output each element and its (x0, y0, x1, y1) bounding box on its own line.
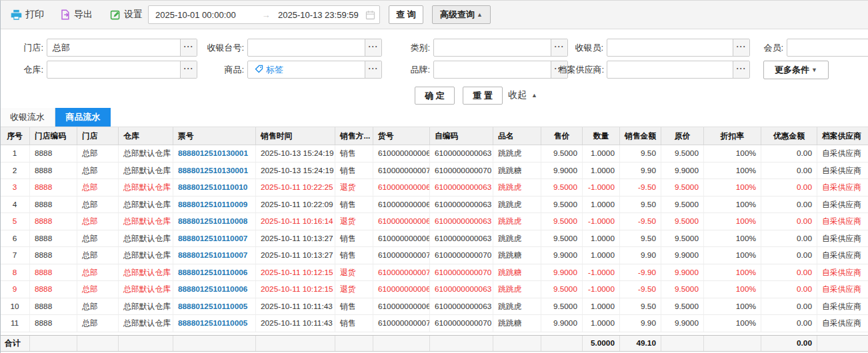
ticket-link[interactable]: 8888012510110010 (173, 179, 256, 196)
table-cell: 2025-10-11 10:13:27 (256, 230, 335, 247)
date-from-value[interactable]: 2025-10-01 00:00:00 (149, 10, 254, 20)
table-cell: 8888 (30, 264, 77, 281)
supplier-filter-value[interactable] (607, 61, 733, 78)
table-cell: 8888 (30, 213, 77, 230)
advanced-query-button[interactable]: 高级查询▲ (432, 5, 491, 24)
column-header[interactable]: 仓库 (119, 127, 173, 145)
warehouse-filter-field[interactable]: ··· (47, 61, 197, 79)
date-range-input[interactable]: 2025-10-01 00:00:00 → 2025-10-13 23:59:5… (148, 5, 380, 24)
table-row[interactable]: 58888总部总部默认仓库88880125101100082025-10-11 … (0, 213, 868, 230)
register-filter-field[interactable]: ··· (247, 39, 382, 57)
store-filter-value[interactable]: 总部 (47, 39, 180, 56)
table-cell: 2025-10-11 10:22:09 (256, 196, 335, 213)
collapse-chevron-up-icon: ▲ (531, 92, 537, 99)
table-cell: 跳跳糖 (493, 264, 541, 281)
confirm-button[interactable]: 确 定 (415, 87, 455, 105)
table-row[interactable]: 28888总部总部默认仓库88880125101300012025-10-13 … (0, 163, 868, 180)
reset-button[interactable]: 重 置 (463, 87, 503, 105)
store-picker-button[interactable]: ··· (180, 39, 197, 56)
ticket-link[interactable]: 8888012510110009 (173, 196, 256, 213)
brand-filter-value[interactable] (434, 61, 551, 78)
table-cell: 1.0000 (583, 247, 620, 264)
collapse-filters-link[interactable]: 收起 ▲ (508, 89, 537, 101)
ticket-link[interactable]: 8888012510110005 (173, 298, 256, 315)
product-filter-field[interactable]: 标签 ··· (247, 61, 382, 79)
column-header[interactable]: 自编码 (430, 127, 493, 145)
grid-total-row: 合计5.000049.100.00 (0, 335, 868, 352)
column-header[interactable]: 销售时间 (256, 127, 335, 145)
supplier-picker-button[interactable]: ··· (733, 61, 749, 78)
table-row[interactable]: 98888总部总部默认仓库88880125101100062025-10-11 … (0, 281, 868, 298)
column-header[interactable]: 门店 (77, 127, 119, 145)
column-header[interactable]: 原价 (661, 127, 704, 145)
column-header[interactable]: 货号 (373, 127, 430, 145)
date-to-value[interactable]: 2025-10-13 23:59:59 (278, 10, 361, 20)
table-cell: 9.50 (620, 230, 661, 247)
query-button[interactable]: 查 询 (389, 5, 423, 24)
ticket-link[interactable]: 8888012510110008 (173, 213, 256, 230)
ticket-link[interactable]: 8888012510110006 (173, 281, 256, 298)
brand-filter-label: 品牌: (383, 61, 430, 79)
product-filter-value[interactable] (283, 61, 365, 78)
cashier-filter-value[interactable] (607, 39, 733, 56)
ticket-link[interactable]: 8888012510110007 (173, 230, 256, 247)
column-header[interactable]: 优惠金额 (761, 127, 817, 145)
column-header[interactable]: 销售方... (335, 127, 373, 145)
export-button[interactable]: 导出 (60, 0, 93, 29)
column-header[interactable]: 档案供应商 (817, 127, 868, 145)
calendar-icon[interactable] (361, 10, 379, 20)
column-header[interactable]: 序号 (0, 127, 30, 145)
table-cell: 100% (704, 315, 761, 332)
column-header[interactable]: 品名 (493, 127, 541, 145)
warehouse-picker-button[interactable]: ··· (180, 61, 197, 78)
register-picker-button[interactable]: ··· (365, 39, 381, 56)
category-filter-field[interactable]: ··· (433, 39, 568, 57)
supplier-filter-field[interactable]: ··· (607, 61, 750, 79)
table-row[interactable]: 108888总部总部默认仓库88880125101100052025-10-11… (0, 298, 868, 316)
store-filter-field[interactable]: 总部 ··· (47, 39, 197, 57)
column-header[interactable]: 折扣率 (704, 127, 761, 145)
register-filter-value[interactable] (248, 39, 365, 56)
table-cell: 自采供应商 (817, 196, 868, 213)
cashier-filter-label: 收银员: (557, 39, 603, 57)
table-cell: 9.5000 (541, 298, 583, 315)
total-cell: 49.10 (620, 336, 661, 351)
settings-button[interactable]: 设置 (110, 0, 143, 29)
cashier-filter-field[interactable]: ··· (607, 39, 750, 57)
tab-cashier-flow[interactable]: 收银流水 (0, 108, 55, 127)
product-picker-button[interactable]: ··· (365, 61, 381, 78)
column-header[interactable]: 门店编码 (30, 127, 77, 145)
table-row[interactable]: 78888总部总部默认仓库88880125101100072025-10-11 … (0, 247, 868, 264)
ticket-link[interactable]: 8888012510110007 (173, 247, 256, 264)
table-cell: 总部 (77, 196, 119, 213)
column-header[interactable]: 票号 (173, 127, 256, 145)
table-cell: 5 (0, 213, 30, 230)
column-header[interactable]: 数量 (583, 127, 620, 145)
column-header[interactable]: 销售金额 (620, 127, 661, 145)
table-row[interactable]: 88888总部总部默认仓库88880125101100062025-10-11 … (0, 264, 868, 282)
table-row[interactable]: 38888总部总部默认仓库88880125101100102025-10-11 … (0, 179, 868, 196)
ticket-link[interactable]: 8888012510110006 (173, 264, 256, 281)
table-cell: 4 (0, 196, 30, 213)
tab-product-flow[interactable]: 商品流水 (55, 108, 111, 127)
ticket-link[interactable]: 8888012510110005 (173, 315, 256, 332)
table-cell: 销售 (335, 247, 373, 264)
ticket-link[interactable]: 8888012510130001 (173, 163, 256, 179)
table-cell: 总部默认仓库 (119, 196, 173, 213)
member-filter-value[interactable] (787, 39, 868, 56)
table-cell: -1.0000 (583, 179, 620, 196)
print-button[interactable]: 打印 (11, 0, 44, 29)
more-conditions-button[interactable]: 更多条件▼ (763, 61, 829, 79)
table-row[interactable]: 68888总部总部默认仓库88880125101100072025-10-11 … (0, 230, 868, 248)
product-tag-chip[interactable]: 标签 (248, 61, 283, 78)
category-filter-value[interactable] (434, 39, 551, 56)
table-row[interactable]: 118888总部总部默认仓库88880125101100052025-10-11… (0, 315, 868, 332)
table-row[interactable]: 48888总部总部默认仓库88880125101100092025-10-11 … (0, 196, 868, 214)
table-row[interactable]: 18888总部总部默认仓库88880125101300012025-10-13 … (0, 145, 868, 163)
warehouse-filter-value[interactable] (47, 61, 180, 78)
member-filter-field[interactable] (787, 39, 868, 57)
table-cell: 9.5000 (661, 145, 704, 162)
total-cell (541, 336, 583, 351)
ticket-link[interactable]: 8888012510130001 (173, 145, 256, 162)
column-header[interactable]: 售价 (541, 127, 583, 145)
